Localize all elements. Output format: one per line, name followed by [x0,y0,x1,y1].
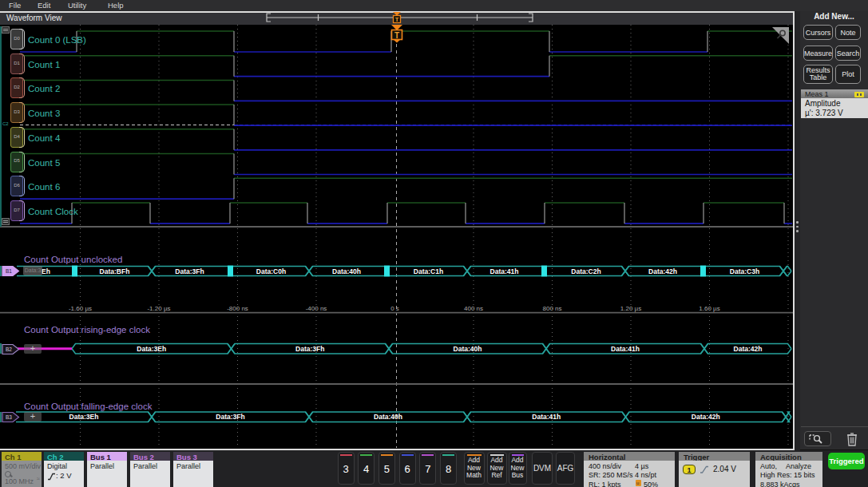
svg-text:Data:42h: Data:42h [648,267,677,275]
svg-text:B2: B2 [6,346,12,352]
svg-text:Eh: Eh [42,267,50,275]
svg-text:Data:41h: Data:41h [611,345,640,353]
svg-text:Data:C0h: Data:C0h [256,267,286,275]
svg-text:Data:C2h: Data:C2h [571,267,600,275]
svg-text:Data:42h: Data:42h [692,413,720,421]
svg-text:-800 ns: -800 ns [227,305,248,312]
svg-text:Data:3Eh: Data:3Eh [69,413,99,421]
svg-text:Data:3Fh: Data:3Fh [216,413,244,421]
svg-text:Data:C3h: Data:C3h [730,267,759,275]
svg-text:Data:40h: Data:40h [374,413,402,421]
svg-text:1.20 µs: 1.20 µs [620,305,641,312]
svg-text:Data:BFh: Data:BFh [100,267,130,275]
svg-text:Data:42h: Data:42h [734,345,763,353]
svg-text:Data:41h: Data:41h [490,267,519,275]
svg-text:-1.20 µs: -1.20 µs [147,305,170,312]
svg-text:Data:C1h: Data:C1h [414,267,443,275]
svg-text:Data:40h: Data:40h [454,345,482,353]
svg-text:T: T [394,31,399,40]
svg-text:T: T [395,16,399,23]
svg-text:Data:3Eh: Data:3Eh [137,345,166,353]
svg-text:1.60 µs: 1.60 µs [699,305,719,312]
svg-text:400 ns: 400 ns [464,305,483,312]
svg-text:0 s: 0 s [390,305,399,312]
svg-text:B3: B3 [6,414,12,420]
svg-text:-1.60 µs: -1.60 µs [69,305,92,312]
svg-text:Data:3Fh: Data:3Fh [175,267,204,275]
svg-text:Data:41h: Data:41h [532,413,561,421]
svg-text:B1: B1 [6,268,12,274]
svg-text:-400 ns: -400 ns [306,305,327,312]
svg-text:800 ns: 800 ns [542,305,561,312]
svg-text:Data:3Fh: Data:3Fh [295,345,324,353]
svg-text:Data:40h: Data:40h [332,267,361,275]
